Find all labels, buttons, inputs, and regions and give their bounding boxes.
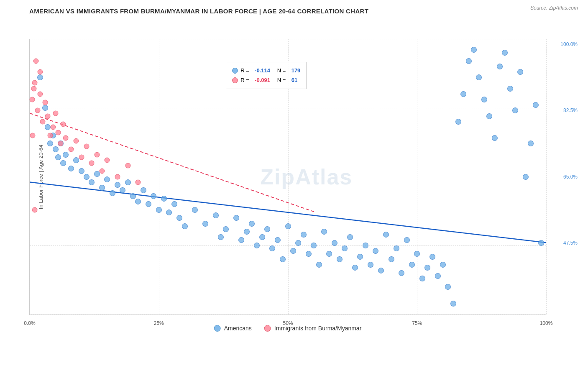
dot-blue (47, 141, 53, 146)
dot-blue (53, 146, 59, 152)
chart-area: In Labor Force | Age 20-64 100.0% 82.5% … (29, 18, 546, 336)
chart-container: AMERICAN VS IMMIGRANTS FROM BURMA/MYANMA… (0, 0, 588, 373)
dot-blue (254, 243, 260, 248)
dot-blue (424, 265, 430, 271)
dot-blue (171, 201, 177, 207)
legend-icon-blue (214, 325, 221, 332)
dot-pink (74, 138, 79, 143)
dot-blue (368, 262, 373, 268)
dot-blue (223, 226, 229, 232)
dot-blue (419, 276, 425, 281)
dot-pink (40, 119, 45, 124)
dot-blue (306, 251, 312, 257)
grid-v-5 (546, 39, 547, 314)
grid-h-5 (30, 314, 546, 315)
legend-box: R = -0.114 N = 179 R = -0.091 N = 61 (226, 62, 307, 89)
dot-pink (125, 163, 130, 169)
dot-blue (445, 284, 451, 290)
dot-blue (455, 119, 461, 125)
y-tick-100: 100.0% (560, 41, 578, 47)
dot-blue (502, 50, 508, 56)
dot-blue (332, 240, 337, 246)
dot-pink (135, 179, 141, 185)
dot-blue (202, 221, 208, 227)
x-tick-0: 0.0% (24, 320, 35, 326)
dot-blue (213, 212, 219, 218)
dot-pink (53, 110, 58, 116)
dot-blue (347, 234, 353, 240)
dot-pink (43, 100, 48, 105)
dot-blue (84, 174, 89, 180)
y-tick-65: 65.0% (563, 174, 578, 180)
x-tick-75: 75% (412, 320, 422, 326)
dot-blue (110, 190, 115, 196)
dot-blue (55, 154, 61, 160)
dot-pink (30, 97, 35, 102)
dot-blue (528, 141, 534, 146)
y-tick-82: 82.5% (563, 107, 578, 113)
dot-blue (316, 262, 322, 268)
dot-blue (507, 86, 513, 92)
svg-line-1 (30, 113, 315, 212)
dot-blue (238, 237, 244, 243)
dot-pink (33, 58, 38, 64)
dot-pink (30, 133, 36, 138)
dot-blue (264, 226, 270, 232)
dot-pink (89, 160, 95, 166)
dot-blue (523, 174, 529, 180)
dot-blue (269, 245, 275, 251)
dot-blue (63, 152, 69, 158)
dot-blue (538, 240, 544, 246)
dot-blue (42, 105, 48, 111)
dot-blue (280, 256, 286, 262)
dot-blue (182, 223, 188, 229)
dot-blue (290, 248, 296, 254)
dot-pink (63, 135, 69, 141)
dot-pink (48, 133, 53, 138)
dot-blue (285, 223, 291, 229)
dot-blue (156, 207, 162, 213)
legend-label-pink: Immigrants from Burma/Myanmar (274, 325, 361, 332)
dot-blue (471, 47, 477, 53)
dot-pink (79, 155, 84, 160)
dot-pink (94, 152, 100, 157)
dot-blue (259, 234, 265, 240)
dot-blue (141, 187, 146, 193)
dot-blue (373, 248, 378, 254)
dot-blue (233, 215, 239, 221)
dot-blue (352, 265, 358, 271)
dot-blue (466, 58, 472, 64)
dot-blue (275, 237, 281, 243)
dot-blue (399, 270, 404, 276)
dot-pink (115, 174, 120, 179)
dot-blue (146, 201, 151, 207)
dot-blue (389, 256, 394, 262)
dot-blue (440, 262, 446, 268)
dot-pink (58, 141, 64, 146)
legend-n-label-blue: N = (273, 66, 289, 75)
dot-blue (363, 243, 368, 248)
legend-n-value-pink: 61 (291, 75, 297, 85)
legend-dot-pink (232, 77, 238, 83)
dot-blue (492, 135, 498, 141)
dot-blue (135, 199, 141, 204)
dot-blue (166, 209, 172, 215)
dot-blue (378, 268, 384, 273)
dot-blue (321, 229, 327, 235)
dot-pink (61, 122, 66, 127)
dot-blue (73, 157, 79, 163)
dot-blue (94, 171, 100, 177)
y-tick-47: 47.5% (563, 240, 578, 246)
dot-blue (244, 229, 250, 235)
grid-v-1 (30, 39, 30, 314)
dot-blue (342, 245, 348, 251)
dot-blue (326, 251, 332, 257)
dot-pink (105, 157, 110, 163)
dot-blue (357, 254, 363, 260)
dot-blue (435, 273, 441, 279)
dot-blue (533, 102, 539, 108)
dot-pink (99, 169, 105, 174)
legend-item-blue: Americans (214, 325, 252, 332)
dot-pink (31, 86, 36, 91)
dot-blue (409, 262, 415, 268)
